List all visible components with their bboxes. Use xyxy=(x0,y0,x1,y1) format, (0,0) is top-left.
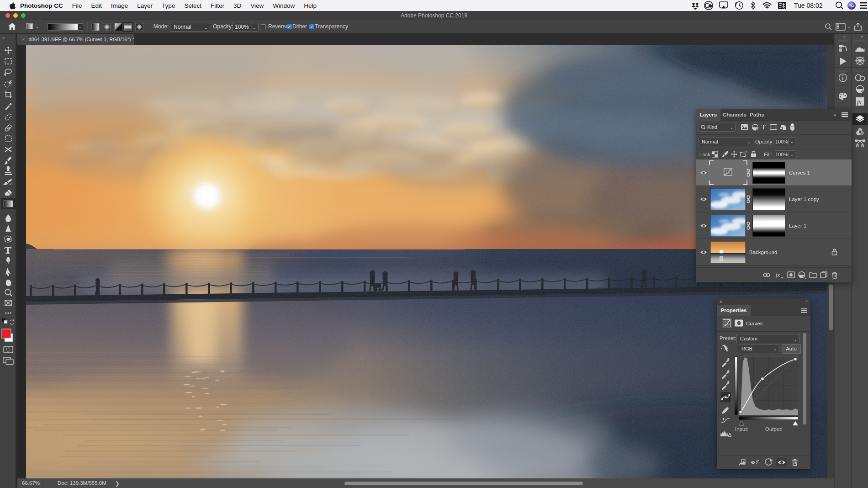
svg-text:T: T xyxy=(762,124,766,131)
svg-text:fx: fx xyxy=(776,271,780,278)
svg-text:Tue 08:02: Tue 08:02 xyxy=(794,2,823,9)
svg-text:«: « xyxy=(861,34,863,39)
svg-text:⌄: ⌄ xyxy=(847,25,851,29)
svg-text:»: » xyxy=(2,35,5,40)
svg-text:«: « xyxy=(843,34,846,39)
svg-text:fx: fx xyxy=(857,98,862,105)
